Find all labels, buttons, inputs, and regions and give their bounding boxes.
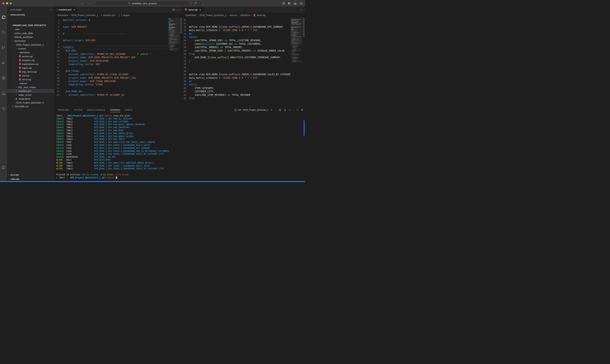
code-line-4[interactable]: 4: [55, 29, 168, 32]
close-tab-icon[interactable]: ✕: [73, 8, 75, 11]
code-line-22[interactable]: 22define view DCM_DEMO_1{{env_suffix}}.S…: [183, 25, 291, 29]
code-line-14[interactable]: 14 templating_config: DEV: [55, 63, 168, 66]
zoom-window-button[interactable]: [10, 2, 12, 4]
editor-actions-more-icon[interactable]: ⋯: [178, 8, 180, 11]
code-line-23[interactable]: 23data_metric_schedule = 'USING CRON 0 8…: [183, 29, 291, 32]
code-line-9[interactable]: 9targets:: [55, 46, 168, 49]
breadcrumbs-right[interactable]: Quickstarts›DCM_Project_Quickstart_1›sou…: [183, 13, 305, 18]
open-editors-section[interactable]: OPEN EDITORS: [7, 13, 55, 17]
code-line-20[interactable]: 20 templating_config: STAGE: [55, 83, 168, 86]
breadcrumb-item[interactable]: DCM_Project_Quickstart_1: [200, 14, 226, 16]
tree-item-.venv[interactable]: .venv: [7, 27, 55, 31]
panel-tab-terminal[interactable]: TERMINAL: [110, 107, 121, 113]
minimize-window-button[interactable]: [6, 2, 8, 4]
code-line-26[interactable]: 26 sum(TOTAL_SPEND_USD) as TOTAL_LIFETIM…: [183, 39, 291, 42]
code-line-32[interactable]: 32;: [183, 59, 291, 63]
panel-tab-ports[interactable]: PORTS: [125, 107, 132, 113]
code-line-3[interactable]: 3type: DCM_PROJECT: [55, 25, 168, 29]
code-line-39[interactable]: 39select: [183, 83, 291, 86]
code-line-23[interactable]: 23 account_identifier: MYORG-MY_ACCOUNT_…: [55, 93, 168, 97]
code-line-17[interactable]: 17 account_identifier: MYORG-MY_STAGE_AC…: [55, 73, 168, 76]
tab-serve-sql[interactable]: serve.sql ✕: [183, 7, 204, 13]
activity-item-explorer[interactable]: [0, 14, 7, 21]
timeline-section[interactable]: TIMELINE: [7, 177, 55, 181]
outline-section[interactable]: OUTLINE: [7, 173, 55, 177]
split-terminal-icon[interactable]: [279, 109, 281, 111]
activity-item-source-control[interactable]: [0, 44, 7, 51]
code-line-6[interactable]: 6: [55, 35, 168, 39]
navigate-forward-button[interactable]: →: [88, 2, 91, 5]
code-line-35[interactable]: 35: [183, 69, 291, 73]
breadcrumb-item[interactable]: definitions: [240, 14, 250, 16]
code-line-38[interactable]: 38as: [183, 80, 291, 83]
tree-item-GitHub_workflows[interactable]: GitHub_workflows: [7, 35, 55, 39]
terminal-scrollbar-thumb[interactable]: [304, 120, 305, 136]
code-line-2[interactable]: 2: [55, 22, 168, 25]
new-terminal-button[interactable]: +: [271, 108, 272, 112]
breadcrumb-item[interactable]: Quickstarts: [185, 14, 196, 16]
tree-item-README.md[interactable]: README.md: [7, 104, 55, 108]
breadcrumb-item[interactable]: !manifest.yml: [101, 14, 115, 17]
code-line-28[interactable]: 28 sum(TOTAL_ORDERS) as TOTAL_ORDERS,: [183, 46, 291, 49]
terminal-more-actions-icon[interactable]: ⋯: [289, 108, 291, 112]
code-line-22[interactable]: 22 DCM_PROD_US:: [55, 90, 168, 93]
editor-scrollbar[interactable]: [180, 18, 182, 106]
toggle-secondary-sidebar-icon[interactable]: [300, 2, 303, 5]
toggle-panel-icon[interactable]: [294, 2, 297, 5]
editor-serve-sql[interactable]: 202122define view DCM_DEMO_1{{env_suffix…: [183, 18, 291, 106]
panel-tab-debug-console[interactable]: DEBUG CONSOLE: [87, 107, 105, 113]
breadcrumbs-left[interactable]: Quickstarts›DCM_Project_Quickstart_1›!ma…: [55, 13, 182, 18]
breadcrumb-item[interactable]: serve.sql: [253, 14, 265, 16]
code-line-19[interactable]: 19 project_owner: DCM_STAGE_DEPLOYER: [55, 80, 168, 83]
toggle-primary-sidebar-icon[interactable]: [288, 2, 291, 5]
close-panel-icon[interactable]: ✕: [301, 108, 303, 112]
minimap[interactable]: [291, 18, 303, 106]
split-editor-icon[interactable]: [172, 8, 175, 11]
breadcrumb-item[interactable]: Quickstarts: [57, 14, 68, 16]
code-line-8[interactable]: 8: [55, 42, 168, 46]
code-line-21[interactable]: 21: [183, 22, 291, 25]
panel-tab-problems[interactable]: PROBLEMS: [58, 107, 69, 113]
code-line-29[interactable]: 29 sum(TOTAL_SPEND_USD) / sum(TOTAL_ORDE…: [183, 49, 291, 52]
command-center-search[interactable]: snowflake_dcm_projects: [95, 1, 190, 6]
tree-item-cortex_code_skills[interactable]: cortex_code_skills: [7, 31, 55, 35]
breadcrumb-item[interactable]: DCM_Project_Quickstart_1: [71, 14, 98, 16]
copilot-button[interactable]: [192, 1, 202, 6]
code-line-31[interactable]: 31 DCM_DEMO_1{{env_suffix}}.ANALYTICS.CU…: [183, 56, 291, 59]
customize-layout-icon[interactable]: [282, 2, 285, 5]
code-line-12[interactable]: 12 project_name: DCM_DEMO.PROJECTS.DCM_P…: [55, 56, 168, 59]
code-line-15[interactable]: 15: [55, 66, 168, 69]
activity-item-run-debug[interactable]: [0, 60, 7, 67]
minimap[interactable]: [168, 18, 180, 106]
code-line-33[interactable]: 33: [183, 63, 291, 66]
code-line-16[interactable]: 16 DCM_STAGE:: [55, 69, 168, 73]
close-tab-icon[interactable]: ✕: [199, 8, 201, 11]
code-line-20[interactable]: 20: [183, 18, 291, 22]
activity-item-workspaces[interactable]: [0, 105, 7, 112]
editor-scrollbar[interactable]: [303, 18, 305, 106]
maximize-panel-icon[interactable]: [296, 109, 299, 111]
activity-item-remote-explorer[interactable]: [0, 90, 7, 97]
activity-item-search[interactable]: [0, 29, 7, 36]
code-line-1[interactable]: 1manifest_version: 2: [55, 18, 168, 22]
code-line-5[interactable]: 5#--------------------------------------…: [55, 32, 168, 35]
close-window-button[interactable]: [2, 2, 4, 4]
tree-item-SNOWFLAKE_DCM_PROJECTS[interactable]: SNOWFLAKE_DCM_PROJECTS: [7, 24, 55, 27]
tab-manifest-yml[interactable]: ! manifest.yml ✕: [55, 7, 78, 13]
code-line-43[interactable]: 43from: [183, 97, 291, 100]
code-line-10[interactable]: 10 DCM_DEV:: [55, 49, 168, 52]
code-line-7[interactable]: 7default_target: DCM_DEV: [55, 39, 168, 42]
code-line-34[interactable]: 34: [183, 66, 291, 69]
code-line-13[interactable]: 13 project_owner: DCM_DEVELOPER: [55, 59, 168, 63]
code-line-36[interactable]: 36define view DCM_DEMO_1{{env_suffix}}.S…: [183, 73, 291, 76]
code-line-25[interactable]: 25select: [183, 35, 291, 39]
code-line-24[interactable]: 24as: [183, 32, 291, 35]
tree-item-DCM_Project_Quickstart_2[interactable]: DCM_Project_Quickstart_2: [7, 101, 55, 104]
editor-actions-more-icon[interactable]: ⋯: [300, 8, 303, 11]
kill-terminal-icon[interactable]: [284, 109, 286, 111]
code-line-21[interactable]: 21: [55, 86, 168, 90]
explorer-actions-button[interactable]: ⋯: [50, 8, 52, 11]
terminal[interactable]: (dev) → DCM_Project_Quickstart_1 git:(ma…: [55, 113, 305, 181]
navigate-back-button[interactable]: ←: [81, 2, 84, 5]
breadcrumb-item[interactable]: sources: [230, 14, 237, 16]
